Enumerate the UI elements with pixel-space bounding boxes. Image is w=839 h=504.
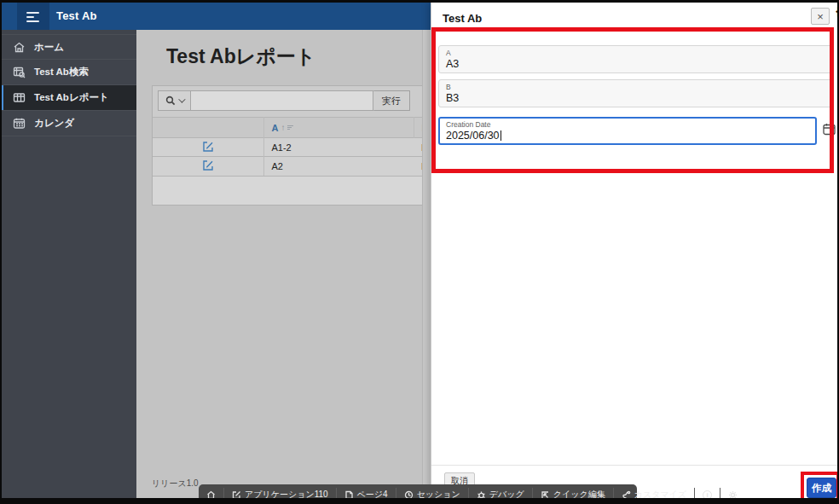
field-b[interactable]: B B3 (438, 79, 832, 107)
sidebar-item-label: カレンダ (34, 117, 74, 130)
search-icon (165, 96, 176, 106)
home-icon (206, 490, 216, 499)
home-icon (13, 41, 26, 54)
sort-ascending-icon: ↑ (281, 123, 285, 132)
field-a[interactable]: A A3 (438, 45, 832, 73)
hamburger-icon (26, 12, 39, 14)
create-button[interactable]: 作成 (807, 478, 836, 498)
edit-pencil-icon (202, 159, 214, 171)
field-date-value: 2025/06/30 (446, 130, 500, 142)
report-grid-icon (13, 91, 26, 104)
cell-a: A2 (263, 157, 414, 176)
text-cursor (501, 130, 501, 141)
sidebar-item-label: Test Ab検索 (34, 66, 89, 78)
app-window: Test Ab ホーム Test Ab検索 Test Abレポート (2, 3, 837, 498)
field-creation-date[interactable]: Creation Date 2025/06/30 (438, 117, 817, 145)
search-report-icon (13, 66, 26, 78)
devbar-home-button[interactable] (199, 488, 224, 498)
cell-a: A1-2 (263, 138, 414, 157)
drawer-title: Test Ab (443, 12, 482, 25)
debug-icon (477, 490, 486, 499)
page-icon (344, 490, 354, 499)
devbar-application-button[interactable]: アプリケーション110 (224, 488, 337, 498)
field-a-value: A3 (446, 57, 825, 71)
developer-toolbar: アプリケーション110 ページ4 セッション デバッグ クイック編集 カスタマイ… (199, 484, 637, 498)
info-icon: i (703, 490, 712, 499)
drawer-footer-divider (431, 465, 837, 466)
sidebar-item-report[interactable]: Test Abレポート (2, 85, 136, 111)
gear-icon (728, 490, 738, 499)
screen-edge-artifact: { (836, 3, 837, 18)
devbar-customize-button[interactable]: カスタマイズ (614, 488, 695, 498)
edit-row-button[interactable] (202, 159, 214, 171)
edit-drawer: Test Ab × A A3 B B3 Creation Date 2025/0… (431, 3, 837, 498)
field-a-label: A (446, 49, 825, 57)
edit-column-header (153, 118, 263, 138)
search-options-button[interactable] (158, 90, 190, 111)
field-b-label: B (446, 83, 825, 91)
sidebar-item-calendar[interactable]: カレンダ (2, 111, 136, 136)
sidebar-item-search[interactable]: Test Ab検索 (2, 60, 136, 85)
screenshot-frame: Test Ab ホーム Test Ab検索 Test Abレポート (0, 0, 839, 504)
release-label: リリース1.0 (152, 478, 199, 490)
field-date-label: Creation Date (446, 120, 809, 129)
date-picker-button[interactable] (822, 122, 836, 136)
column-header-a[interactable]: A ↑ (263, 118, 414, 138)
cursor-icon (541, 490, 550, 499)
sidebar-item-home[interactable]: ホーム (2, 34, 136, 60)
edit-pencil-icon (232, 490, 241, 499)
chevron-down-icon (178, 96, 185, 102)
clock-icon (404, 490, 414, 499)
execute-button[interactable]: 実行 (373, 90, 410, 111)
navigation-sidebar: ホーム Test Ab検索 Test Abレポート カレンダ (2, 30, 136, 498)
devbar-debug-button[interactable]: デバッグ (469, 488, 533, 498)
sidebar-item-label: ホーム (34, 41, 64, 54)
sidebar-item-label: Test Abレポート (34, 91, 109, 104)
edit-row-button[interactable] (202, 141, 214, 153)
page-scrollbar[interactable] (422, 30, 431, 498)
sidebar-toggle-button[interactable] (17, 3, 49, 30)
calendar-icon (13, 117, 26, 130)
edit-pencil-icon (202, 141, 214, 153)
sort-order-icon (287, 125, 293, 130)
devbar-info-button[interactable]: i (695, 488, 720, 498)
report-search-input[interactable] (190, 90, 373, 111)
devbar-page-button[interactable]: ページ4 (337, 488, 396, 498)
devbar-session-button[interactable]: セッション (396, 488, 469, 498)
close-button[interactable]: × (811, 8, 830, 25)
theme-icon (622, 490, 631, 499)
app-title: Test Ab (56, 9, 97, 22)
calendar-icon (822, 122, 836, 136)
page-title: Test Abレポート (166, 43, 315, 70)
devbar-settings-button[interactable] (720, 488, 745, 498)
devbar-quick-edit-button[interactable]: クイック編集 (533, 488, 614, 498)
field-b-value: B3 (446, 91, 825, 105)
